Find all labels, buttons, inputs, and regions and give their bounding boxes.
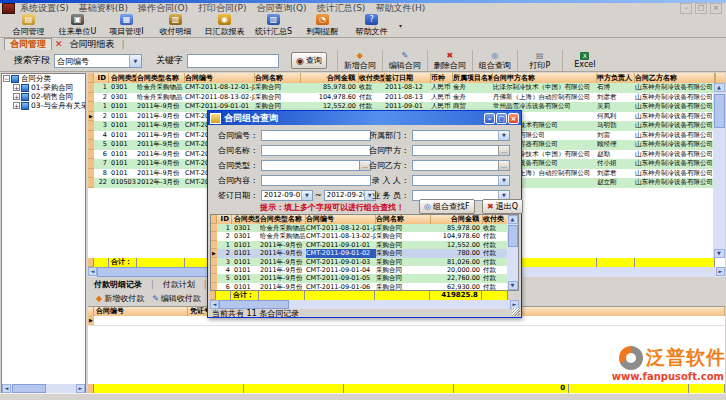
menu-item[interactable]: 操作合同(O) [138,3,188,13]
ellipsis-icon[interactable]: … [498,146,509,155]
tab-close-icon[interactable]: ✕ [55,39,63,49]
query-button[interactable]: ◉ 查询 [291,52,327,69]
scroll-track[interactable] [714,92,725,249]
contract-action-button[interactable]: ✎ 编辑合同 [382,50,427,71]
combined-find-button[interactable]: ◎ 组合查找F [419,199,475,214]
scroll-down-icon[interactable]: ▼ [714,249,725,258]
dialog-horizontal-scrollbar[interactable]: ◄ ► [210,300,519,309]
department-select[interactable]: ▼ [412,130,510,141]
date-from-select[interactable]: 2012-09-01▼ [261,190,313,201]
grid-header-cell[interactable]: 合同名称 [255,73,301,83]
grid-header-cell[interactable]: 所属项目名称 [453,73,493,83]
grid-header-cell[interactable]: ID [94,73,109,83]
scroll-left-icon[interactable]: ◄ [2,384,11,393]
stats-dropdown-icon[interactable]: ▾ [399,22,402,29]
scroll-right-icon[interactable]: ► [716,267,725,276]
expand-icon[interactable]: + [13,84,20,91]
grid-header-cell[interactable]: 合同乙方名称 [635,73,715,83]
dialog-grid-header-cell[interactable]: ID [217,215,232,224]
grid-vertical-scrollbar[interactable]: ▲ ▼ [713,83,725,258]
detail-header-cell[interactable]: 合同编号 [94,307,188,316]
keyword-input[interactable] [187,54,279,68]
dialog-grid-header-cell[interactable]: 合同名称 [376,215,431,224]
contract-action-button[interactable]: ✖ 删除合同 [427,50,472,71]
expand-icon[interactable]: + [13,102,20,109]
dialog-grid-header-cell[interactable]: 合同类型 [232,215,260,224]
grid-header-cell[interactable]: 合同类型 [109,73,137,83]
grid-header-cell[interactable]: 币种 [431,73,453,83]
toolbar-button[interactable]: ◉ 日汇款报表 [200,15,249,37]
table-row[interactable]: 2 0301 给金舟采购物品 CMT-2011-08-13-02-JZ 采购合同… [88,93,725,103]
menu-item[interactable]: 基础资料(B) [79,3,128,13]
scroll-right-icon[interactable]: ► [76,384,85,393]
expand-icon[interactable]: + [13,93,20,100]
detail-tab[interactable]: 付款明细记录 [88,279,148,290]
toolbar-button[interactable]: ▦ 项目管理I [102,15,151,37]
chevron-down-icon[interactable]: ▼ [498,131,509,140]
scroll-thumb[interactable] [12,384,46,393]
search-field-select[interactable]: 合同编号 ▼ [54,54,142,68]
party-a-input[interactable]: … [412,145,510,156]
toolbar-button[interactable]: ◔ 到期提醒 [298,15,347,37]
scroll-up-icon[interactable]: ▲ [714,83,725,92]
dialog-grid-header-cell[interactable]: 收付类 [483,215,509,224]
grid-header-cell[interactable]: 合同编号 [185,73,255,83]
contract-action-button[interactable]: X Excel [562,50,607,71]
dialog-title-bar[interactable]: 合同组合查询 – □ × [208,111,521,125]
maximize-icon[interactable]: □ [496,113,507,124]
collapse-icon[interactable]: − [3,75,10,82]
toolbar-button[interactable]: ? 帮助文件 [347,15,396,37]
tree-item[interactable]: + 03-与金舟有关采购 [2,101,85,110]
table-row[interactable]: 1 0301 给金舟采购物品 CMT-2011-08-12-01-JZ 采购合同… [211,224,518,232]
scroll-thumb[interactable] [714,94,725,128]
table-row[interactable]: 3 0101 2011年-9月份 CMT-2011-09-01-03 采购合同 … [211,258,518,266]
scroll-down-icon[interactable]: ▼ [508,281,518,290]
table-row[interactable]: 2 0301 给金舟采购物品 CMT-2011-08-13-02-JZ 采购合同… [211,232,518,240]
resize-grip[interactable] [512,308,520,316]
table-row[interactable]: 6 0101 2011年-9月份 CMT-2011-09-01-06 采购合同 … [211,283,518,291]
grid-header-cell[interactable]: 签订日期 [385,73,431,83]
menu-item[interactable]: 帮助文件(H) [375,3,425,13]
grid-header-cell[interactable]: 合同甲方名称 [493,73,597,83]
minimize-icon[interactable]: – [680,3,692,14]
toolbar-button[interactable]: ▥ 收付明细 [151,15,200,37]
contract-action-button[interactable]: ▤ 打印P [517,50,562,71]
contract-name-input[interactable] [261,145,371,156]
scroll-thumb[interactable] [219,300,289,309]
menu-item[interactable]: 打印合同(P) [198,3,246,13]
app-system-icon[interactable] [2,3,15,14]
grid-header-cell[interactable]: 合同金额 [301,73,359,83]
scroll-up-icon[interactable]: ▲ [508,215,518,224]
dialog-vertical-scrollbar[interactable]: ▲ ▼ [507,215,518,290]
chevron-down-icon[interactable]: ▼ [129,55,141,67]
detail-action-button[interactable]: ◆ 新增收付款 [96,293,144,304]
contract-content-input[interactable] [261,175,371,186]
table-row[interactable]: 4 0101 2011年-9月份 CMT-2011-09-01-04 采购合同 … [211,266,518,274]
menu-item[interactable]: 统计汇总(S) [317,3,366,13]
close-icon[interactable]: × [710,3,722,14]
entry-person-select[interactable]: ▼ [412,175,510,186]
ellipsis-icon[interactable]: … [498,161,509,170]
contract-action-button[interactable]: ◆ 新增合同 [337,50,382,71]
contract-code-input[interactable] [261,130,371,141]
dialog-grid-header-cell[interactable]: 合同类型名称 [260,215,306,224]
menu-item[interactable]: 合同查询(Q) [257,3,307,13]
toolbar-button[interactable]: ▥ 统计汇总S [249,15,298,37]
exit-button[interactable]: ✖ 退出Q [482,199,523,214]
table-row[interactable]: 1 0301 给金舟采购物品 CMT-2011-08-12-01-JZ 采购合同… [88,83,725,93]
party-b-input[interactable]: … [412,160,510,171]
contract-type-input[interactable]: … [261,160,371,171]
contract-action-button[interactable]: ◎ 组合查询 [472,50,517,71]
close-icon[interactable]: × [508,113,519,124]
chevron-down-icon[interactable]: ▼ [498,176,509,185]
scroll-track[interactable] [11,384,76,393]
scroll-left-icon[interactable]: ◄ [210,300,219,309]
scroll-left-icon[interactable]: ◄ [88,267,97,276]
toolbar-button[interactable]: ▣ 往来单位U [53,15,102,37]
tab-contract-detail[interactable]: 合同明细表 [66,39,119,50]
dialog-grid-header-cell[interactable]: 合同金额 [431,215,483,224]
table-row[interactable]: 1 0101 2011年-9月份 CMT-2011-09-01-01 采购合同 … [211,241,518,249]
tree-horizontal-scrollbar[interactable]: ◄ ► [2,384,85,393]
table-row[interactable]: 2 0101 2011年-9月份 CMT-2011-09-01-02 采购合同 … [211,249,518,257]
tab-contract-manage[interactable]: 合同管理 [4,38,52,50]
